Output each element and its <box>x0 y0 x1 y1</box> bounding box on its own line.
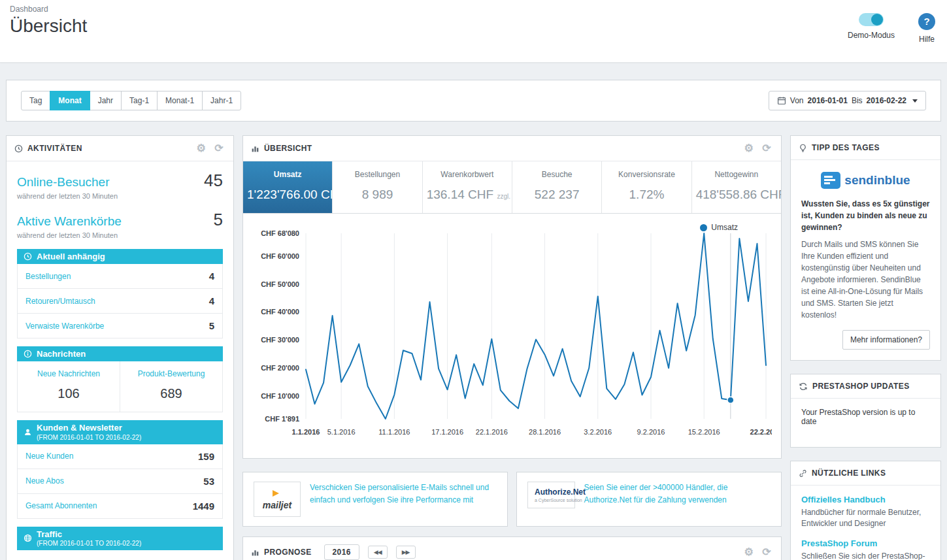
online-visitors-value: 45 <box>204 171 223 191</box>
bar-chart-icon <box>251 144 259 153</box>
authorize-wordmark: Authorize.Net <box>535 487 568 497</box>
filter-tag-1-button[interactable]: Tag-1 <box>121 91 158 110</box>
filter-tag-button[interactable]: Tag <box>21 91 50 110</box>
svg-text:CHF 68'080: CHF 68'080 <box>261 229 299 237</box>
period-button-group: Tag Monat Jahr Tag-1 Monat-1 Jahr-1 <box>21 91 241 110</box>
svg-text:5.1.2016: 5.1.2016 <box>327 428 356 436</box>
cell-value: 106 <box>20 386 117 401</box>
svg-text:22.1.2016: 22.1.2016 <box>476 428 508 436</box>
metric-tab-umsatz[interactable]: Umsatz 1'223'766.00 CHF <box>243 161 333 213</box>
link-handbuch-desc: Handbücher für normale Benutzer, Entwick… <box>801 507 930 530</box>
useful-links-panel: NÜTZLICHE LINKS Offizielles Handbuch Han… <box>790 461 941 560</box>
svg-text:28.1.2016: 28.1.2016 <box>529 428 561 436</box>
row-value: 4 <box>209 271 214 282</box>
forecast-prev-button[interactable]: ◀◀ <box>368 546 388 559</box>
messages-cells: Neue Nachrichten 106 Produkt-Bewertung 6… <box>17 361 223 412</box>
sendinblue-logo: sendinblue <box>801 172 930 189</box>
activities-title: AKTIVITÄTEN <box>27 144 82 153</box>
metric-tab-bestellungen[interactable]: Bestellungen 8 989 <box>333 161 422 213</box>
tip-body-text: Durch Mails und SMS können Sie Ihre Kund… <box>801 239 930 321</box>
help-control: ? Hilfe <box>918 13 935 44</box>
metric-tabs: Umsatz 1'223'766.00 CHF Bestellungen 8 9… <box>243 161 781 214</box>
pending-row-orders[interactable]: Bestellungen 4 <box>17 264 223 289</box>
gear-icon[interactable]: ⚙ <box>742 547 756 557</box>
link-handbuch[interactable]: Offizielles Handbuch <box>801 495 930 504</box>
svg-text:CHF 60'000: CHF 60'000 <box>261 252 299 260</box>
mailjet-wordmark: mailjet <box>263 500 291 510</box>
metric-value: 1'223'766.00 CHF <box>247 188 328 202</box>
updates-panel: PRESTASHOP UPDATES Your PrestaShop versi… <box>790 374 941 448</box>
product-reviews-cell[interactable]: Produkt-Bewertung 689 <box>120 361 222 412</box>
refresh-icon[interactable]: ⟳ <box>212 143 225 154</box>
clock-icon <box>14 144 23 153</box>
pending-row-returns[interactable]: Retouren/Umtausch 4 <box>17 289 223 314</box>
customers-row-new-customers[interactable]: Neue Kunden 159 <box>17 444 223 469</box>
gear-icon[interactable]: ⚙ <box>742 143 756 154</box>
demo-mode-toggle[interactable] <box>859 13 884 26</box>
metric-tab-nettogewinn[interactable]: Nettogewinn 418'558.86 CHF <box>692 161 781 213</box>
clock-icon <box>24 252 32 261</box>
customers-row-new-subscriptions[interactable]: Neue Abos 53 <box>17 469 223 494</box>
metric-value: 8 989 <box>337 188 418 202</box>
svg-text:1.1.2016: 1.1.2016 <box>292 428 320 436</box>
cell-value: 689 <box>123 386 220 401</box>
metric-tab-besuche[interactable]: Besuche 522 237 <box>512 161 602 213</box>
online-visitors-sub: während der letzten 30 Minuten <box>17 192 223 200</box>
svg-text:3.2.2016: 3.2.2016 <box>584 428 612 436</box>
metric-value: 522 237 <box>516 188 597 202</box>
row-label: Gesamt Abonnenten <box>25 501 97 510</box>
active-carts-kpi[interactable]: Aktive Warenkörbe 5 <box>17 210 223 230</box>
refresh-icon[interactable]: ⟳ <box>760 143 773 154</box>
traffic-title: Traffic <box>37 529 62 539</box>
svg-text:9.2.2016: 9.2.2016 <box>637 428 665 436</box>
user-icon <box>24 428 32 436</box>
chevron-down-icon <box>912 99 918 103</box>
tip-more-info-button[interactable]: Mehr informationen? <box>842 330 930 350</box>
row-label: Retouren/Umtausch <box>25 297 95 306</box>
new-messages-cell[interactable]: Neue Nachrichten 106 <box>18 361 120 412</box>
online-visitors-label: Online-Besucher <box>17 175 110 189</box>
activities-panel: AKTIVITÄTEN ⚙ ⟳ Online-Besucher 45 währe… <box>6 135 234 560</box>
pending-row-abandoned-carts[interactable]: Verwaiste Warenkörbe 5 <box>17 314 223 338</box>
refresh-icon[interactable]: ⟳ <box>760 547 773 557</box>
sendinblue-mark-icon <box>821 172 840 189</box>
authorize-ad[interactable]: Authorize.Net a CyberSource solution Sei… <box>516 472 782 527</box>
metric-value: 418'558.86 CHF <box>696 188 777 202</box>
revenue-chart: Umsatz CHF 1'891CHF 10'000CHF 20'000CHF … <box>243 214 781 458</box>
gear-icon[interactable]: ⚙ <box>194 143 208 154</box>
link-forum-desc: Schließen Sie sich der PrestaShop-Commun… <box>801 551 930 560</box>
metric-value: 1.72% <box>606 188 687 202</box>
demo-mode-label: Demo-Modus <box>848 31 895 40</box>
row-value: 4 <box>209 295 214 306</box>
mailjet-ad[interactable]: mailjet Verschicken Sie personalisierte … <box>242 472 508 527</box>
globe-icon <box>24 534 32 542</box>
mailjet-ad-text: Verschicken Sie personalisierte E-Mails … <box>310 482 497 506</box>
active-carts-label: Aktive Warenkörbe <box>17 214 122 229</box>
tip-title: TIPP DES TAGES <box>812 143 880 152</box>
filter-jahr-button[interactable]: Jahr <box>90 91 122 110</box>
svg-text:15.2.2016: 15.2.2016 <box>688 428 720 436</box>
traffic-section-header: Traffic (FROM 2016-01-01 TO 2016-02-22) <box>17 527 223 551</box>
metric-tab-konversionsrate[interactable]: Konversionsrate 1.72% <box>602 161 691 213</box>
online-visitors-kpi[interactable]: Online-Besucher 45 <box>17 171 223 191</box>
sync-icon <box>799 382 808 391</box>
customers-subtitle: (FROM 2016-01-01 TO 2016-02-22) <box>37 434 141 442</box>
metric-tab-warenkorbwert[interactable]: Warenkorbwert 136.14 CHF zzgl. M <box>423 161 512 213</box>
link-item-forum: PrestaShop Forum Schließen Sie sich der … <box>801 538 930 560</box>
calendar-icon <box>777 96 786 105</box>
filter-monat-button[interactable]: Monat <box>50 91 90 110</box>
filter-monat-1-button[interactable]: Monat-1 <box>157 91 203 110</box>
useful-links-title: NÜTZLICHE LINKS <box>812 469 886 478</box>
overview-chart-svg[interactable]: CHF 1'891CHF 10'000CHF 20'000CHF 30'000C… <box>252 223 772 453</box>
customers-row-total-subscribers[interactable]: Gesamt Abonnenten 1449 <box>17 494 223 519</box>
pending-title: Aktuell anhängig <box>37 252 105 261</box>
forecast-next-button[interactable]: ▶▶ <box>396 546 416 559</box>
customers-section-header: Kunden & Newsletter (FROM 2016-01-01 TO … <box>17 420 223 444</box>
metric-value: 136.14 CHF <box>427 188 493 201</box>
help-icon[interactable]: ? <box>918 13 935 30</box>
link-forum[interactable]: PrestaShop Forum <box>801 538 930 548</box>
filter-jahr-1-button[interactable]: Jahr-1 <box>202 91 241 110</box>
link-item-handbuch: Offizielles Handbuch Handbücher für norm… <box>801 495 930 530</box>
date-range-picker[interactable]: Von 2016-01-01 Bis 2016-02-22 <box>769 91 926 110</box>
breadcrumb[interactable]: Dashboard <box>10 5 947 14</box>
